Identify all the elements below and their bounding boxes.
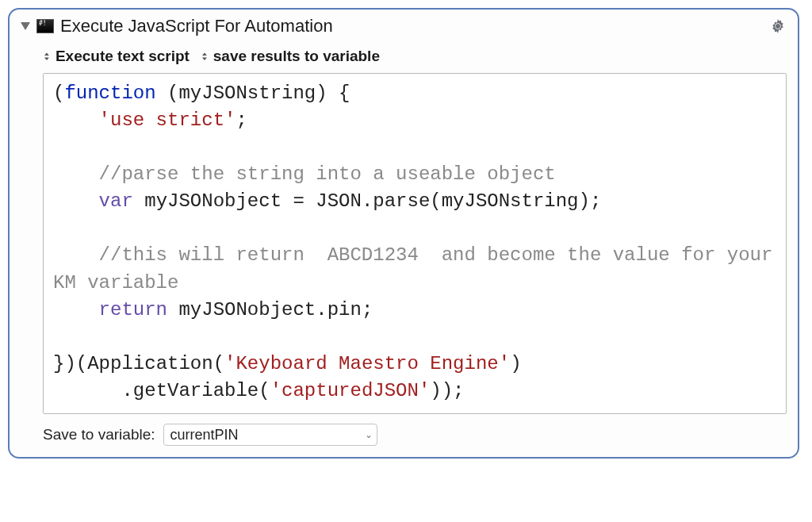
disclosure-triangle-icon[interactable]: [21, 22, 30, 30]
action-header: Execute JavaScript For Automation: [21, 16, 787, 36]
variable-name-combo[interactable]: ⌄: [163, 424, 377, 446]
script-mode-selector[interactable]: ▲▼ Execute text script: [43, 48, 190, 65]
output-mode-selector[interactable]: ▲▼ save results to variable: [201, 48, 380, 65]
script-text-area[interactable]: (function (myJSONstring) { 'use strict';…: [43, 73, 787, 414]
action-title: Execute JavaScript For Automation: [60, 16, 763, 36]
chevron-down-icon[interactable]: ⌄: [361, 429, 377, 440]
stepper-icon: ▲▼: [201, 52, 209, 61]
footer-row: Save to variable: ⌄: [21, 414, 787, 446]
options-row: ▲▼ Execute text script ▲▼ save results t…: [21, 44, 787, 73]
save-to-variable-label: Save to variable:: [43, 426, 155, 443]
svg-point-0: [776, 24, 780, 29]
output-mode-label: save results to variable: [213, 48, 380, 65]
script-icon: [36, 19, 54, 33]
action-panel: Execute JavaScript For Automation ▲▼ Exe…: [8, 8, 799, 459]
script-mode-label: Execute text script: [56, 48, 190, 65]
variable-name-input[interactable]: [164, 425, 361, 445]
gear-icon[interactable]: [769, 17, 787, 35]
stepper-icon: ▲▼: [43, 52, 51, 61]
